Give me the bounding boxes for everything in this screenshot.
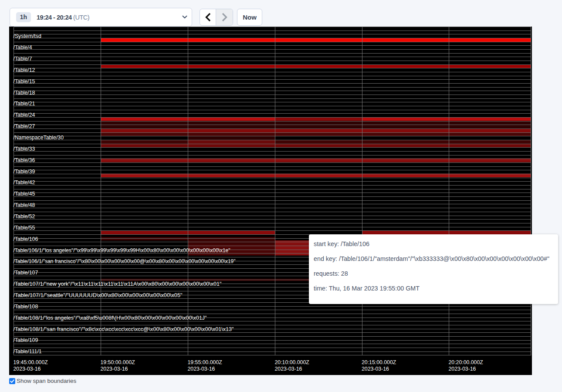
svg-text:/Table/36: /Table/36 <box>14 157 35 163</box>
svg-text:/Table/21: /Table/21 <box>14 101 35 107</box>
svg-text:/Table/55: /Table/55 <box>14 225 35 231</box>
svg-text:/Table/107/1/"new york"/"\x11\: /Table/107/1/"new york"/"\x11\x11\x11\x1… <box>14 281 222 287</box>
svg-text:2023-03-16: 2023-03-16 <box>188 366 215 372</box>
svg-text:/Table/52: /Table/52 <box>14 213 35 220</box>
svg-text:/Table/106/1/"los angeles"/"\x: /Table/106/1/"los angeles"/"\x99\x99\x99… <box>14 247 230 253</box>
svg-text:19:55:00.000Z: 19:55:00.000Z <box>188 359 223 365</box>
svg-text:/Table/7: /Table/7 <box>14 56 32 62</box>
svg-text:/Table/18: /Table/18 <box>14 90 35 96</box>
svg-text:2023-03-16: 2023-03-16 <box>14 366 41 372</box>
svg-text:19:45:00.000Z: 19:45:00.000Z <box>14 359 48 365</box>
svg-text:/Table/24: /Table/24 <box>14 112 35 118</box>
svg-text:/Table/45: /Table/45 <box>14 191 35 197</box>
svg-text:/Table/107: /Table/107 <box>14 270 38 276</box>
svg-text:/Table/4: /Table/4 <box>14 44 32 51</box>
svg-text:/Table/106/1/"san francisco"/": /Table/106/1/"san francisco"/"\x80\x00\x… <box>14 258 236 264</box>
svg-text:/Table/106: /Table/106 <box>14 236 38 242</box>
svg-text:/Table/33: /Table/33 <box>14 146 35 152</box>
svg-text:/Table/107/1/"seattle"/"UUUUUU: /Table/107/1/"seattle"/"UUUUUUD\x00\x80\… <box>14 292 183 298</box>
svg-text:/Table/27: /Table/27 <box>14 123 35 129</box>
svg-text:2023-03-16: 2023-03-16 <box>275 366 302 372</box>
svg-text:/Table/12: /Table/12 <box>14 67 35 73</box>
svg-text:2023-03-16: 2023-03-16 <box>101 366 128 372</box>
svg-text:19:50:00.000Z: 19:50:00.000Z <box>101 359 135 365</box>
svg-text:/Table/111/1: /Table/111/1 <box>14 348 42 355</box>
svg-text:/System/tsd: /System/tsd <box>14 33 41 39</box>
svg-text:/Table/108/1/"san francisco"/": /Table/108/1/"san francisco"/"\x8c\xcc\x… <box>14 326 234 332</box>
svg-text:20:15:00.000Z: 20:15:00.000Z <box>362 359 396 365</box>
svg-text:/Table/42: /Table/42 <box>14 179 35 186</box>
svg-text:/Table/109: /Table/109 <box>14 337 38 343</box>
svg-text:/Table/108/1/"los angeles"/"\x: /Table/108/1/"los angeles"/"\xa8\xf5\u00… <box>14 315 207 321</box>
svg-text:2023-03-16: 2023-03-16 <box>362 366 389 372</box>
svg-text:/Table/15: /Table/15 <box>14 78 35 84</box>
svg-text:/Table/39: /Table/39 <box>14 169 35 175</box>
svg-text:/NamespaceTable/30: /NamespaceTable/30 <box>14 135 64 141</box>
svg-text:2023-03-16: 2023-03-16 <box>449 366 476 372</box>
svg-text:20:10:00.000Z: 20:10:00.000Z <box>275 359 310 365</box>
svg-text:/Table/48: /Table/48 <box>14 202 35 208</box>
svg-text:20:20:00.000Z: 20:20:00.000Z <box>449 359 484 365</box>
svg-text:/Table/108: /Table/108 <box>14 304 38 310</box>
